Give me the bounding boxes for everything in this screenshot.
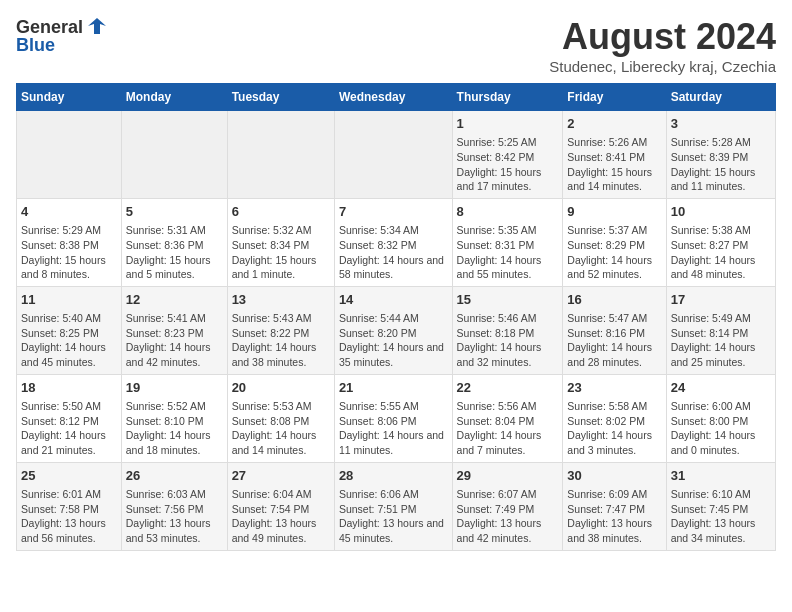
day-number: 6 [232, 203, 330, 221]
day-number: 5 [126, 203, 223, 221]
calendar-week-row: 1Sunrise: 5:25 AMSunset: 8:42 PMDaylight… [17, 111, 776, 199]
day-number: 7 [339, 203, 448, 221]
logo-bird-icon [86, 16, 108, 38]
day-info: Sunrise: 5:28 AMSunset: 8:39 PMDaylight:… [671, 135, 771, 194]
day-info: Sunrise: 6:10 AMSunset: 7:45 PMDaylight:… [671, 487, 771, 546]
day-info: Sunrise: 5:50 AMSunset: 8:12 PMDaylight:… [21, 399, 117, 458]
day-info: Sunrise: 6:00 AMSunset: 8:00 PMDaylight:… [671, 399, 771, 458]
header-sunday: Sunday [17, 84, 122, 111]
day-number: 3 [671, 115, 771, 133]
day-info: Sunrise: 5:44 AMSunset: 8:20 PMDaylight:… [339, 311, 448, 370]
day-info: Sunrise: 5:34 AMSunset: 8:32 PMDaylight:… [339, 223, 448, 282]
day-info: Sunrise: 5:35 AMSunset: 8:31 PMDaylight:… [457, 223, 559, 282]
calendar-cell: 25Sunrise: 6:01 AMSunset: 7:58 PMDayligh… [17, 462, 122, 550]
header-wednesday: Wednesday [334, 84, 452, 111]
day-info: Sunrise: 6:09 AMSunset: 7:47 PMDaylight:… [567, 487, 661, 546]
calendar-cell: 13Sunrise: 5:43 AMSunset: 8:22 PMDayligh… [227, 286, 334, 374]
title-section: August 2024 Studenec, Liberecky kraj, Cz… [549, 16, 776, 75]
calendar-cell [334, 111, 452, 199]
day-number: 2 [567, 115, 661, 133]
day-info: Sunrise: 5:41 AMSunset: 8:23 PMDaylight:… [126, 311, 223, 370]
day-info: Sunrise: 6:07 AMSunset: 7:49 PMDaylight:… [457, 487, 559, 546]
calendar-cell [227, 111, 334, 199]
day-info: Sunrise: 5:31 AMSunset: 8:36 PMDaylight:… [126, 223, 223, 282]
calendar-week-row: 11Sunrise: 5:40 AMSunset: 8:25 PMDayligh… [17, 286, 776, 374]
day-number: 14 [339, 291, 448, 309]
calendar-cell: 1Sunrise: 5:25 AMSunset: 8:42 PMDaylight… [452, 111, 563, 199]
header: General Blue August 2024 Studenec, Liber… [16, 16, 776, 75]
calendar-cell: 9Sunrise: 5:37 AMSunset: 8:29 PMDaylight… [563, 198, 666, 286]
day-info: Sunrise: 6:04 AMSunset: 7:54 PMDaylight:… [232, 487, 330, 546]
header-saturday: Saturday [666, 84, 775, 111]
day-info: Sunrise: 5:26 AMSunset: 8:41 PMDaylight:… [567, 135, 661, 194]
calendar-cell: 10Sunrise: 5:38 AMSunset: 8:27 PMDayligh… [666, 198, 775, 286]
calendar-cell: 16Sunrise: 5:47 AMSunset: 8:16 PMDayligh… [563, 286, 666, 374]
day-info: Sunrise: 5:52 AMSunset: 8:10 PMDaylight:… [126, 399, 223, 458]
day-number: 12 [126, 291, 223, 309]
calendar-week-row: 18Sunrise: 5:50 AMSunset: 8:12 PMDayligh… [17, 374, 776, 462]
day-number: 1 [457, 115, 559, 133]
day-number: 17 [671, 291, 771, 309]
calendar-cell: 12Sunrise: 5:41 AMSunset: 8:23 PMDayligh… [121, 286, 227, 374]
day-number: 23 [567, 379, 661, 397]
day-number: 30 [567, 467, 661, 485]
calendar-cell: 23Sunrise: 5:58 AMSunset: 8:02 PMDayligh… [563, 374, 666, 462]
logo: General Blue [16, 16, 108, 54]
calendar-week-row: 4Sunrise: 5:29 AMSunset: 8:38 PMDaylight… [17, 198, 776, 286]
day-number: 20 [232, 379, 330, 397]
header-thursday: Thursday [452, 84, 563, 111]
day-info: Sunrise: 5:58 AMSunset: 8:02 PMDaylight:… [567, 399, 661, 458]
calendar-cell: 8Sunrise: 5:35 AMSunset: 8:31 PMDaylight… [452, 198, 563, 286]
calendar-cell: 11Sunrise: 5:40 AMSunset: 8:25 PMDayligh… [17, 286, 122, 374]
calendar-header-row: SundayMondayTuesdayWednesdayThursdayFrid… [17, 84, 776, 111]
day-number: 15 [457, 291, 559, 309]
logo-text-general: General [16, 18, 83, 36]
day-info: Sunrise: 6:06 AMSunset: 7:51 PMDaylight:… [339, 487, 448, 546]
calendar-cell: 15Sunrise: 5:46 AMSunset: 8:18 PMDayligh… [452, 286, 563, 374]
calendar-cell: 28Sunrise: 6:06 AMSunset: 7:51 PMDayligh… [334, 462, 452, 550]
day-number: 4 [21, 203, 117, 221]
calendar-cell: 30Sunrise: 6:09 AMSunset: 7:47 PMDayligh… [563, 462, 666, 550]
day-info: Sunrise: 5:46 AMSunset: 8:18 PMDaylight:… [457, 311, 559, 370]
day-number: 11 [21, 291, 117, 309]
calendar-cell: 18Sunrise: 5:50 AMSunset: 8:12 PMDayligh… [17, 374, 122, 462]
day-info: Sunrise: 5:49 AMSunset: 8:14 PMDaylight:… [671, 311, 771, 370]
subtitle: Studenec, Liberecky kraj, Czechia [549, 58, 776, 75]
day-number: 25 [21, 467, 117, 485]
day-info: Sunrise: 5:40 AMSunset: 8:25 PMDaylight:… [21, 311, 117, 370]
header-tuesday: Tuesday [227, 84, 334, 111]
calendar-cell: 19Sunrise: 5:52 AMSunset: 8:10 PMDayligh… [121, 374, 227, 462]
header-monday: Monday [121, 84, 227, 111]
day-number: 31 [671, 467, 771, 485]
day-number: 21 [339, 379, 448, 397]
day-number: 29 [457, 467, 559, 485]
calendar-cell: 31Sunrise: 6:10 AMSunset: 7:45 PMDayligh… [666, 462, 775, 550]
day-info: Sunrise: 5:55 AMSunset: 8:06 PMDaylight:… [339, 399, 448, 458]
day-number: 10 [671, 203, 771, 221]
calendar-cell: 22Sunrise: 5:56 AMSunset: 8:04 PMDayligh… [452, 374, 563, 462]
calendar-cell: 2Sunrise: 5:26 AMSunset: 8:41 PMDaylight… [563, 111, 666, 199]
calendar-cell [17, 111, 122, 199]
day-info: Sunrise: 5:37 AMSunset: 8:29 PMDaylight:… [567, 223, 661, 282]
day-info: Sunrise: 5:38 AMSunset: 8:27 PMDaylight:… [671, 223, 771, 282]
logo-text-blue: Blue [16, 36, 108, 54]
day-number: 8 [457, 203, 559, 221]
svg-marker-0 [88, 18, 106, 34]
day-number: 9 [567, 203, 661, 221]
calendar-cell [121, 111, 227, 199]
calendar-table: SundayMondayTuesdayWednesdayThursdayFrid… [16, 83, 776, 551]
calendar-cell: 5Sunrise: 5:31 AMSunset: 8:36 PMDaylight… [121, 198, 227, 286]
calendar-cell: 26Sunrise: 6:03 AMSunset: 7:56 PMDayligh… [121, 462, 227, 550]
day-number: 26 [126, 467, 223, 485]
day-info: Sunrise: 5:29 AMSunset: 8:38 PMDaylight:… [21, 223, 117, 282]
calendar-cell: 7Sunrise: 5:34 AMSunset: 8:32 PMDaylight… [334, 198, 452, 286]
day-number: 13 [232, 291, 330, 309]
day-info: Sunrise: 5:32 AMSunset: 8:34 PMDaylight:… [232, 223, 330, 282]
day-info: Sunrise: 6:01 AMSunset: 7:58 PMDaylight:… [21, 487, 117, 546]
day-info: Sunrise: 5:47 AMSunset: 8:16 PMDaylight:… [567, 311, 661, 370]
day-number: 16 [567, 291, 661, 309]
calendar-cell: 17Sunrise: 5:49 AMSunset: 8:14 PMDayligh… [666, 286, 775, 374]
calendar-cell: 3Sunrise: 5:28 AMSunset: 8:39 PMDaylight… [666, 111, 775, 199]
day-info: Sunrise: 5:56 AMSunset: 8:04 PMDaylight:… [457, 399, 559, 458]
day-number: 27 [232, 467, 330, 485]
